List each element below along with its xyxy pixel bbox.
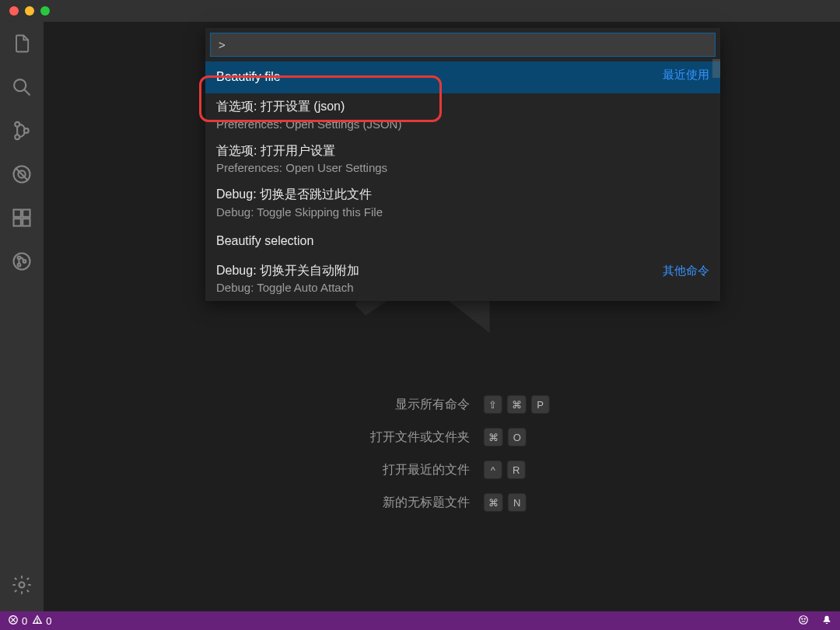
hint-keys: ⇧ ⌘ P bbox=[484, 395, 551, 414]
svg-point-24 bbox=[804, 618, 805, 619]
hint-keys: ⌘ O bbox=[484, 428, 551, 446]
svg-point-22 bbox=[800, 615, 808, 624]
svg-point-4 bbox=[24, 128, 29, 133]
palette-item-title: Beautify selection bbox=[216, 230, 709, 252]
hint-label: 显示所有命令 bbox=[353, 397, 470, 413]
activity-bar bbox=[0, 22, 44, 611]
hint-open-recent: 打开最近的文件 ^ R bbox=[353, 460, 551, 479]
key-shift: ⇧ bbox=[484, 395, 502, 414]
svg-point-0 bbox=[14, 79, 26, 91]
key-n: N bbox=[508, 493, 527, 512]
key-cmd: ⌘ bbox=[507, 395, 527, 414]
extensions-icon[interactable] bbox=[9, 205, 34, 230]
editor-area: 显示所有命令 ⇧ ⌘ P 打开文件或文件夹 ⌘ O 打开最近的文件 ^ R 新的… bbox=[44, 22, 840, 611]
palette-item-open-settings-json[interactable]: 首选项: 打开设置 (json) Preferences: Open Setti… bbox=[205, 93, 720, 137]
status-errors[interactable]: 0 bbox=[8, 614, 27, 628]
hint-label: 新的无标题文件 bbox=[353, 495, 470, 511]
hint-keys: ⌘ N bbox=[484, 493, 551, 512]
svg-rect-8 bbox=[14, 210, 21, 217]
hint-show-all-commands: 显示所有命令 ⇧ ⌘ P bbox=[353, 395, 551, 414]
palette-item-title: 首选项: 打开用户设置 bbox=[216, 142, 709, 159]
key-p: P bbox=[531, 395, 550, 414]
svg-rect-10 bbox=[23, 219, 30, 226]
warning-icon bbox=[32, 614, 43, 628]
key-cmd: ⌘ bbox=[484, 428, 503, 446]
status-warnings[interactable]: 0 bbox=[32, 614, 51, 628]
palette-item-subtitle: Debug: Toggle Auto Attach bbox=[216, 279, 709, 296]
smiley-icon bbox=[798, 614, 809, 628]
svg-point-13 bbox=[18, 256, 21, 259]
palette-item-subtitle: Preferences: Open User Settings bbox=[216, 159, 709, 176]
hint-new-untitled: 新的无标题文件 ⌘ N bbox=[353, 493, 551, 512]
welcome-hints: 显示所有命令 ⇧ ⌘ P 打开文件或文件夹 ⌘ O 打开最近的文件 ^ R 新的… bbox=[353, 395, 551, 512]
svg-point-14 bbox=[18, 264, 21, 267]
window-close-button[interactable] bbox=[9, 6, 19, 16]
debug-icon[interactable] bbox=[9, 162, 34, 187]
key-cmd: ⌘ bbox=[484, 493, 503, 512]
palette-item-hint: 其他命令 bbox=[663, 264, 709, 278]
status-feedback[interactable] bbox=[798, 614, 809, 628]
palette-item-debug-toggle-skip[interactable]: Debug: 切换是否跳过此文件 Debug: Toggle Skipping … bbox=[205, 181, 720, 225]
palette-item-subtitle: Debug: Toggle Skipping this File bbox=[216, 204, 709, 220]
svg-rect-11 bbox=[23, 210, 30, 217]
svg-rect-9 bbox=[14, 219, 21, 226]
hint-label: 打开最近的文件 bbox=[353, 462, 470, 478]
svg-point-2 bbox=[15, 122, 19, 127]
status-warning-count: 0 bbox=[46, 615, 51, 627]
palette-item-open-user-settings[interactable]: 首选项: 打开用户设置 Preferences: Open User Setti… bbox=[205, 138, 720, 181]
command-palette-input[interactable] bbox=[210, 33, 716, 57]
svg-point-16 bbox=[19, 583, 25, 588]
bell-icon bbox=[821, 614, 832, 628]
status-error-count: 0 bbox=[22, 615, 27, 627]
palette-item-debug-auto-attach[interactable]: Debug: 切换开关自动附加 Debug: Toggle Auto Attac… bbox=[205, 257, 720, 301]
title-bar bbox=[0, 0, 840, 22]
svg-point-12 bbox=[14, 254, 30, 270]
window-minimize-button[interactable] bbox=[25, 6, 34, 16]
command-palette-list: Beautify file 最近使用 首选项: 打开设置 (json) Pref… bbox=[205, 61, 720, 301]
hint-label: 打开文件或文件夹 bbox=[353, 429, 470, 446]
palette-item-beautify-selection[interactable]: Beautify selection bbox=[205, 226, 720, 257]
git-icon[interactable] bbox=[9, 249, 34, 274]
explorer-icon[interactable] bbox=[9, 31, 34, 56]
hint-open-file-folder: 打开文件或文件夹 ⌘ O bbox=[353, 428, 551, 446]
svg-point-23 bbox=[802, 618, 803, 619]
command-palette: Beautify file 最近使用 首选项: 打开设置 (json) Pref… bbox=[205, 28, 720, 301]
palette-item-title: Debug: 切换是否跳过此文件 bbox=[216, 186, 709, 203]
search-icon[interactable] bbox=[9, 75, 34, 100]
status-notifications[interactable] bbox=[821, 614, 832, 628]
palette-item-title: Debug: 切换开关自动附加 bbox=[216, 262, 709, 279]
window-maximize-button[interactable] bbox=[40, 6, 50, 16]
palette-item-subtitle: Preferences: Open Settings (JSON) bbox=[216, 116, 709, 132]
palette-item-title: 首选项: 打开设置 (json) bbox=[216, 98, 709, 115]
palette-item-beautify-file[interactable]: Beautify file 最近使用 bbox=[205, 61, 720, 93]
error-icon bbox=[8, 614, 19, 628]
key-ctrl: ^ bbox=[484, 460, 502, 479]
svg-point-21 bbox=[37, 621, 38, 622]
palette-item-title: Beautify file bbox=[216, 66, 709, 88]
key-r: R bbox=[507, 460, 526, 479]
svg-point-3 bbox=[15, 135, 19, 139]
source-control-icon[interactable] bbox=[9, 118, 34, 143]
key-o: O bbox=[508, 428, 527, 446]
palette-item-hint: 最近使用 bbox=[663, 68, 709, 82]
hint-keys: ^ R bbox=[484, 460, 551, 479]
svg-line-1 bbox=[25, 90, 30, 96]
gear-icon[interactable] bbox=[9, 572, 34, 597]
status-bar: 0 0 bbox=[0, 611, 840, 630]
palette-scrollbar[interactable] bbox=[712, 59, 720, 78]
